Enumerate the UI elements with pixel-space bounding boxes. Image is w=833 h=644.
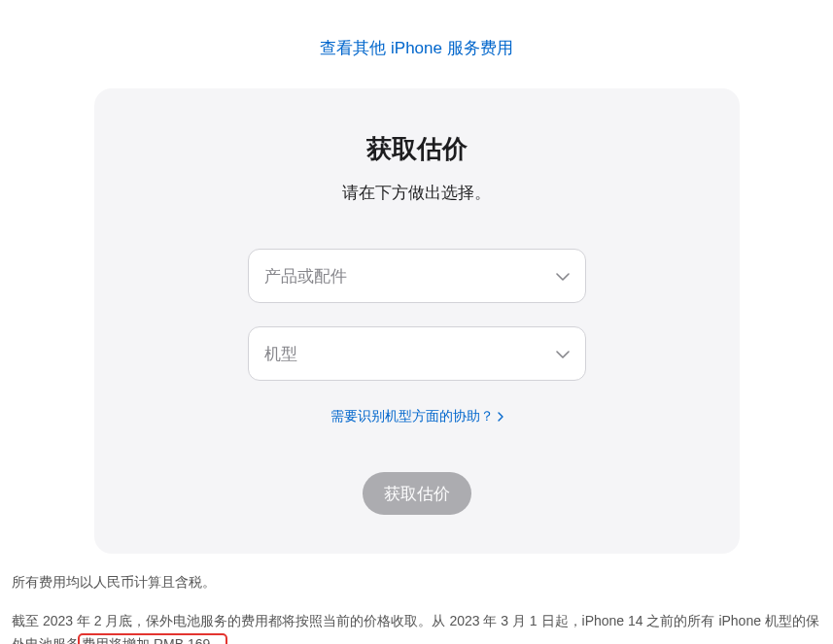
model-select[interactable]: 机型 bbox=[248, 326, 586, 381]
chevron-right-icon bbox=[498, 409, 503, 424]
chevron-down-icon bbox=[556, 344, 570, 363]
other-services-link[interactable]: 查看其他 iPhone 服务费用 bbox=[320, 39, 512, 57]
footnote-line-2: 截至 2023 年 2 月底，保外电池服务的费用都将按照当前的价格收取。从 20… bbox=[12, 610, 821, 644]
estimate-card: 获取估价 请在下方做出选择。 产品或配件 机型 需要识别机型方面的协助？ 获取估… bbox=[94, 88, 740, 554]
model-select-placeholder: 机型 bbox=[264, 343, 297, 365]
product-select-placeholder: 产品或配件 bbox=[264, 265, 347, 288]
footnote: 所有费用均以人民币计算且含税。 截至 2023 年 2 月底，保外电池服务的费用… bbox=[0, 554, 833, 644]
footnote-line-1: 所有费用均以人民币计算且含税。 bbox=[12, 571, 821, 594]
card-subtitle: 请在下方做出选择。 bbox=[133, 182, 701, 204]
chevron-down-icon bbox=[556, 266, 570, 286]
get-estimate-button[interactable]: 获取估价 bbox=[363, 472, 471, 515]
price-highlight: 费用将增加 RMB 169。 bbox=[78, 633, 227, 644]
help-link-text: 需要识别机型方面的协助？ bbox=[330, 408, 494, 425]
help-link[interactable]: 需要识别机型方面的协助？ bbox=[330, 408, 503, 425]
card-title: 获取估价 bbox=[133, 132, 701, 166]
product-select[interactable]: 产品或配件 bbox=[248, 249, 586, 303]
